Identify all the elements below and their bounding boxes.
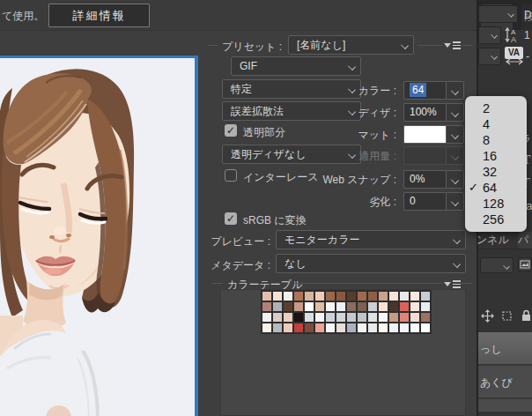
color-swatch[interactable] xyxy=(399,301,410,312)
color-swatch[interactable] xyxy=(367,323,378,333)
dither-dropdown-button[interactable] xyxy=(446,103,464,122)
format-dropdown[interactable]: GIF xyxy=(231,56,361,76)
color-swatch[interactable] xyxy=(410,312,420,323)
color-swatch[interactable] xyxy=(293,291,304,301)
color-swatch[interactable] xyxy=(293,312,304,323)
color-swatch[interactable] xyxy=(262,301,272,312)
color-swatch[interactable] xyxy=(420,301,431,312)
popup-item-128[interactable]: 128 xyxy=(465,196,527,212)
color-swatch[interactable] xyxy=(336,323,346,333)
tab-channels-fragment[interactable]: ンネル xyxy=(477,232,512,249)
color-swatch[interactable] xyxy=(420,312,431,323)
color-swatch[interactable] xyxy=(346,312,357,323)
color-swatch[interactable] xyxy=(378,323,388,333)
kerning-dropdown[interactable] xyxy=(478,48,501,65)
popup-item-16[interactable]: 16 xyxy=(465,148,527,164)
color-swatch[interactable] xyxy=(399,312,410,323)
popup-item-2[interactable]: 2 xyxy=(465,100,527,116)
color-swatch[interactable] xyxy=(357,291,367,301)
lossy-input[interactable]: 0 xyxy=(403,192,446,211)
colors-input[interactable]: 64 xyxy=(403,81,446,100)
color-swatch[interactable] xyxy=(357,323,367,333)
matte-color-swatch[interactable] xyxy=(403,125,446,144)
color-swatch[interactable] xyxy=(293,301,304,312)
color-swatch[interactable] xyxy=(388,291,399,301)
color-swatch[interactable] xyxy=(388,312,399,323)
color-swatch[interactable] xyxy=(388,323,399,333)
color-swatch[interactable] xyxy=(314,323,325,333)
color-swatch[interactable] xyxy=(410,323,420,333)
color-swatch[interactable] xyxy=(314,301,325,312)
color-swatch[interactable] xyxy=(304,291,314,301)
transform-lock-icon[interactable] xyxy=(500,309,514,323)
color-swatch[interactable] xyxy=(367,301,378,312)
color-swatch[interactable] xyxy=(357,312,367,323)
move-lock-icon[interactable] xyxy=(481,309,494,323)
popup-item-4[interactable]: 4 xyxy=(465,116,527,132)
interlace-checkbox[interactable] xyxy=(225,169,237,182)
color-swatch[interactable] xyxy=(378,301,388,312)
popup-item-8[interactable]: 8 xyxy=(465,132,527,148)
color-swatch[interactable] xyxy=(378,312,388,323)
color-swatch[interactable] xyxy=(283,301,293,312)
layer-row[interactable]: あくび xyxy=(478,366,532,399)
color-swatch[interactable] xyxy=(367,291,378,301)
color-swatch[interactable] xyxy=(325,323,336,333)
color-swatch[interactable] xyxy=(262,323,272,333)
color-swatch[interactable] xyxy=(272,301,283,312)
tab-paths-fragment[interactable]: パ xyxy=(518,232,532,249)
color-swatch[interactable] xyxy=(325,312,336,323)
srgb-checkbox[interactable]: ✓ xyxy=(225,212,237,225)
color-swatch[interactable] xyxy=(314,312,325,323)
font-family-dropdown[interactable] xyxy=(478,5,518,23)
color-swatch[interactable] xyxy=(346,301,357,312)
selected-preview-frame[interactable] xyxy=(0,56,198,416)
preset-dropdown[interactable]: [名前なし] xyxy=(288,35,414,55)
blend-mode-dropdown[interactable] xyxy=(480,257,514,273)
color-swatch[interactable] xyxy=(304,323,314,333)
color-swatch[interactable] xyxy=(367,312,378,323)
color-swatch[interactable] xyxy=(272,323,283,333)
color-swatch[interactable] xyxy=(420,291,431,301)
color-swatch[interactable] xyxy=(420,323,431,333)
color-swatch[interactable] xyxy=(314,291,325,301)
color-swatch[interactable] xyxy=(272,291,283,301)
color-swatch[interactable] xyxy=(399,291,410,301)
color-swatch[interactable] xyxy=(325,301,336,312)
color-swatch[interactable] xyxy=(304,312,314,323)
popup-item-256[interactable]: 256 xyxy=(465,212,527,227)
color-swatch[interactable] xyxy=(346,323,357,333)
color-swatch[interactable] xyxy=(304,301,314,312)
layer-row[interactable] xyxy=(478,399,532,412)
colors-dropdown-button[interactable] xyxy=(446,81,464,100)
color-swatch[interactable] xyxy=(283,323,293,333)
color-swatch[interactable] xyxy=(272,312,283,323)
color-swatch[interactable] xyxy=(262,312,272,323)
color-swatch[interactable] xyxy=(399,323,410,333)
preview-dropdown[interactable]: モニターカラー xyxy=(276,230,466,249)
lock-icon[interactable] xyxy=(520,308,532,323)
layer-row[interactable]: っし xyxy=(478,332,532,366)
color-swatch[interactable] xyxy=(283,312,293,323)
details-info-button[interactable]: 詳細情報 xyxy=(48,4,150,27)
lossy-dropdown-button[interactable] xyxy=(446,192,464,211)
color-swatch[interactable] xyxy=(410,291,420,301)
color-swatch[interactable] xyxy=(336,301,346,312)
websnap-dropdown-button[interactable] xyxy=(446,170,464,189)
color-swatch[interactable] xyxy=(336,312,346,323)
color-swatch[interactable] xyxy=(336,291,346,301)
preset-menu-icon[interactable] xyxy=(444,41,460,49)
matte-dropdown-button[interactable] xyxy=(446,125,464,144)
color-swatch[interactable] xyxy=(357,301,367,312)
color-swatch[interactable] xyxy=(410,301,420,312)
color-swatch[interactable] xyxy=(378,291,388,301)
color-swatch[interactable] xyxy=(283,291,293,301)
color-swatch[interactable] xyxy=(325,291,336,301)
color-table-swatches[interactable] xyxy=(261,290,432,334)
color-swatch[interactable] xyxy=(293,323,304,333)
font-size-dropdown[interactable] xyxy=(478,26,501,44)
color-swatch[interactable] xyxy=(346,291,357,301)
color-swatch[interactable] xyxy=(262,291,272,301)
popup-item-32[interactable]: 32 xyxy=(465,164,527,180)
websnap-input[interactable]: 0% xyxy=(403,170,446,189)
